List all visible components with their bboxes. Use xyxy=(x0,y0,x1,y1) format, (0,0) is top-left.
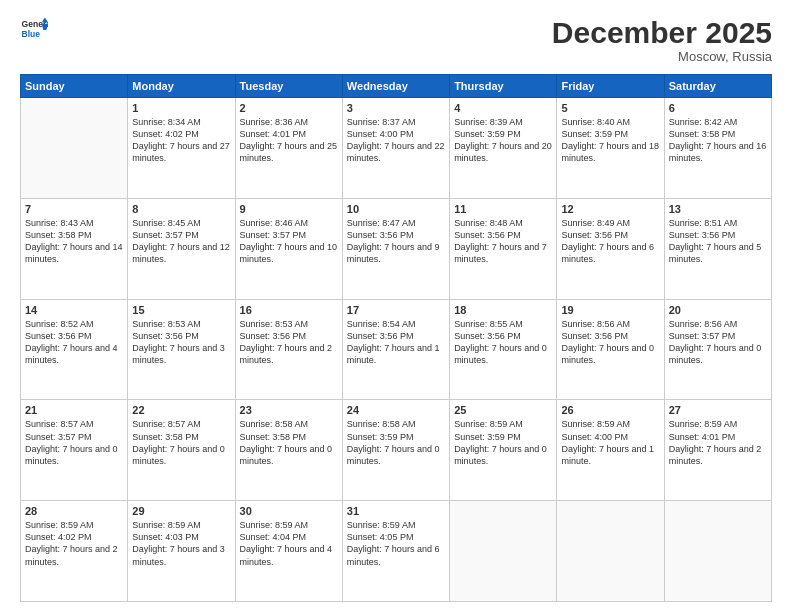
day-number: 13 xyxy=(669,203,767,215)
calendar-cell: 16Sunrise: 8:53 AMSunset: 3:56 PMDayligh… xyxy=(235,299,342,400)
day-number: 8 xyxy=(132,203,230,215)
day-number: 1 xyxy=(132,102,230,114)
calendar-cell: 22Sunrise: 8:57 AMSunset: 3:58 PMDayligh… xyxy=(128,400,235,501)
calendar-cell: 7Sunrise: 8:43 AMSunset: 3:58 PMDaylight… xyxy=(21,198,128,299)
calendar-cell xyxy=(664,501,771,602)
day-number: 20 xyxy=(669,304,767,316)
calendar-cell: 21Sunrise: 8:57 AMSunset: 3:57 PMDayligh… xyxy=(21,400,128,501)
calendar-cell: 20Sunrise: 8:56 AMSunset: 3:57 PMDayligh… xyxy=(664,299,771,400)
day-info: Sunrise: 8:45 AMSunset: 3:57 PMDaylight:… xyxy=(132,217,230,266)
day-number: 12 xyxy=(561,203,659,215)
calendar-table: SundayMondayTuesdayWednesdayThursdayFrid… xyxy=(20,74,772,602)
day-info: Sunrise: 8:52 AMSunset: 3:56 PMDaylight:… xyxy=(25,318,123,367)
calendar-cell xyxy=(450,501,557,602)
calendar-cell: 30Sunrise: 8:59 AMSunset: 4:04 PMDayligh… xyxy=(235,501,342,602)
day-number: 28 xyxy=(25,505,123,517)
day-number: 3 xyxy=(347,102,445,114)
calendar-cell: 24Sunrise: 8:58 AMSunset: 3:59 PMDayligh… xyxy=(342,400,449,501)
calendar-cell: 26Sunrise: 8:59 AMSunset: 4:00 PMDayligh… xyxy=(557,400,664,501)
calendar-cell: 4Sunrise: 8:39 AMSunset: 3:59 PMDaylight… xyxy=(450,98,557,199)
day-info: Sunrise: 8:57 AMSunset: 3:58 PMDaylight:… xyxy=(132,418,230,467)
calendar-cell xyxy=(21,98,128,199)
calendar-cell: 18Sunrise: 8:55 AMSunset: 3:56 PMDayligh… xyxy=(450,299,557,400)
day-number: 7 xyxy=(25,203,123,215)
day-info: Sunrise: 8:40 AMSunset: 3:59 PMDaylight:… xyxy=(561,116,659,165)
day-info: Sunrise: 8:59 AMSunset: 3:59 PMDaylight:… xyxy=(454,418,552,467)
day-number: 4 xyxy=(454,102,552,114)
weekday-header: Sunday xyxy=(21,75,128,98)
weekday-header: Friday xyxy=(557,75,664,98)
calendar-cell: 29Sunrise: 8:59 AMSunset: 4:03 PMDayligh… xyxy=(128,501,235,602)
day-info: Sunrise: 8:59 AMSunset: 4:02 PMDaylight:… xyxy=(25,519,123,568)
location-subtitle: Moscow, Russia xyxy=(552,49,772,64)
title-block: December 2025 Moscow, Russia xyxy=(552,16,772,64)
day-number: 24 xyxy=(347,404,445,416)
calendar-cell: 23Sunrise: 8:58 AMSunset: 3:58 PMDayligh… xyxy=(235,400,342,501)
day-number: 26 xyxy=(561,404,659,416)
day-number: 2 xyxy=(240,102,338,114)
day-number: 16 xyxy=(240,304,338,316)
day-number: 22 xyxy=(132,404,230,416)
calendar-cell: 19Sunrise: 8:56 AMSunset: 3:56 PMDayligh… xyxy=(557,299,664,400)
day-info: Sunrise: 8:46 AMSunset: 3:57 PMDaylight:… xyxy=(240,217,338,266)
calendar-cell: 25Sunrise: 8:59 AMSunset: 3:59 PMDayligh… xyxy=(450,400,557,501)
day-info: Sunrise: 8:43 AMSunset: 3:58 PMDaylight:… xyxy=(25,217,123,266)
calendar-cell: 6Sunrise: 8:42 AMSunset: 3:58 PMDaylight… xyxy=(664,98,771,199)
month-title: December 2025 xyxy=(552,16,772,49)
calendar-cell: 3Sunrise: 8:37 AMSunset: 4:00 PMDaylight… xyxy=(342,98,449,199)
svg-marker-3 xyxy=(42,24,48,30)
calendar-cell: 17Sunrise: 8:54 AMSunset: 3:56 PMDayligh… xyxy=(342,299,449,400)
calendar-cell: 31Sunrise: 8:59 AMSunset: 4:05 PMDayligh… xyxy=(342,501,449,602)
weekday-header: Wednesday xyxy=(342,75,449,98)
day-info: Sunrise: 8:36 AMSunset: 4:01 PMDaylight:… xyxy=(240,116,338,165)
calendar-cell: 28Sunrise: 8:59 AMSunset: 4:02 PMDayligh… xyxy=(21,501,128,602)
day-info: Sunrise: 8:59 AMSunset: 4:01 PMDaylight:… xyxy=(669,418,767,467)
day-info: Sunrise: 8:42 AMSunset: 3:58 PMDaylight:… xyxy=(669,116,767,165)
calendar-cell: 13Sunrise: 8:51 AMSunset: 3:56 PMDayligh… xyxy=(664,198,771,299)
calendar-cell xyxy=(557,501,664,602)
day-number: 11 xyxy=(454,203,552,215)
calendar-cell: 5Sunrise: 8:40 AMSunset: 3:59 PMDaylight… xyxy=(557,98,664,199)
day-info: Sunrise: 8:39 AMSunset: 3:59 PMDaylight:… xyxy=(454,116,552,165)
calendar-cell: 8Sunrise: 8:45 AMSunset: 3:57 PMDaylight… xyxy=(128,198,235,299)
day-number: 18 xyxy=(454,304,552,316)
calendar-cell: 15Sunrise: 8:53 AMSunset: 3:56 PMDayligh… xyxy=(128,299,235,400)
calendar-cell: 9Sunrise: 8:46 AMSunset: 3:57 PMDaylight… xyxy=(235,198,342,299)
day-number: 6 xyxy=(669,102,767,114)
day-number: 19 xyxy=(561,304,659,316)
logo-icon: General Blue xyxy=(20,16,48,44)
calendar-cell: 1Sunrise: 8:34 AMSunset: 4:02 PMDaylight… xyxy=(128,98,235,199)
day-info: Sunrise: 8:51 AMSunset: 3:56 PMDaylight:… xyxy=(669,217,767,266)
day-info: Sunrise: 8:53 AMSunset: 3:56 PMDaylight:… xyxy=(132,318,230,367)
day-number: 21 xyxy=(25,404,123,416)
day-info: Sunrise: 8:37 AMSunset: 4:00 PMDaylight:… xyxy=(347,116,445,165)
day-number: 17 xyxy=(347,304,445,316)
header: General Blue December 2025 Moscow, Russi… xyxy=(20,16,772,64)
day-number: 31 xyxy=(347,505,445,517)
day-number: 25 xyxy=(454,404,552,416)
day-number: 14 xyxy=(25,304,123,316)
calendar-cell: 2Sunrise: 8:36 AMSunset: 4:01 PMDaylight… xyxy=(235,98,342,199)
day-info: Sunrise: 8:49 AMSunset: 3:56 PMDaylight:… xyxy=(561,217,659,266)
day-info: Sunrise: 8:59 AMSunset: 4:03 PMDaylight:… xyxy=(132,519,230,568)
calendar-cell: 11Sunrise: 8:48 AMSunset: 3:56 PMDayligh… xyxy=(450,198,557,299)
day-info: Sunrise: 8:59 AMSunset: 4:00 PMDaylight:… xyxy=(561,418,659,467)
calendar-cell: 12Sunrise: 8:49 AMSunset: 3:56 PMDayligh… xyxy=(557,198,664,299)
day-info: Sunrise: 8:56 AMSunset: 3:57 PMDaylight:… xyxy=(669,318,767,367)
day-info: Sunrise: 8:58 AMSunset: 3:58 PMDaylight:… xyxy=(240,418,338,467)
weekday-header: Saturday xyxy=(664,75,771,98)
day-info: Sunrise: 8:59 AMSunset: 4:05 PMDaylight:… xyxy=(347,519,445,568)
svg-text:Blue: Blue xyxy=(22,29,41,39)
day-info: Sunrise: 8:54 AMSunset: 3:56 PMDaylight:… xyxy=(347,318,445,367)
day-number: 5 xyxy=(561,102,659,114)
day-info: Sunrise: 8:34 AMSunset: 4:02 PMDaylight:… xyxy=(132,116,230,165)
day-info: Sunrise: 8:59 AMSunset: 4:04 PMDaylight:… xyxy=(240,519,338,568)
weekday-header: Monday xyxy=(128,75,235,98)
day-number: 15 xyxy=(132,304,230,316)
day-info: Sunrise: 8:56 AMSunset: 3:56 PMDaylight:… xyxy=(561,318,659,367)
day-number: 29 xyxy=(132,505,230,517)
day-info: Sunrise: 8:48 AMSunset: 3:56 PMDaylight:… xyxy=(454,217,552,266)
day-number: 10 xyxy=(347,203,445,215)
logo: General Blue xyxy=(20,16,48,44)
day-info: Sunrise: 8:55 AMSunset: 3:56 PMDaylight:… xyxy=(454,318,552,367)
